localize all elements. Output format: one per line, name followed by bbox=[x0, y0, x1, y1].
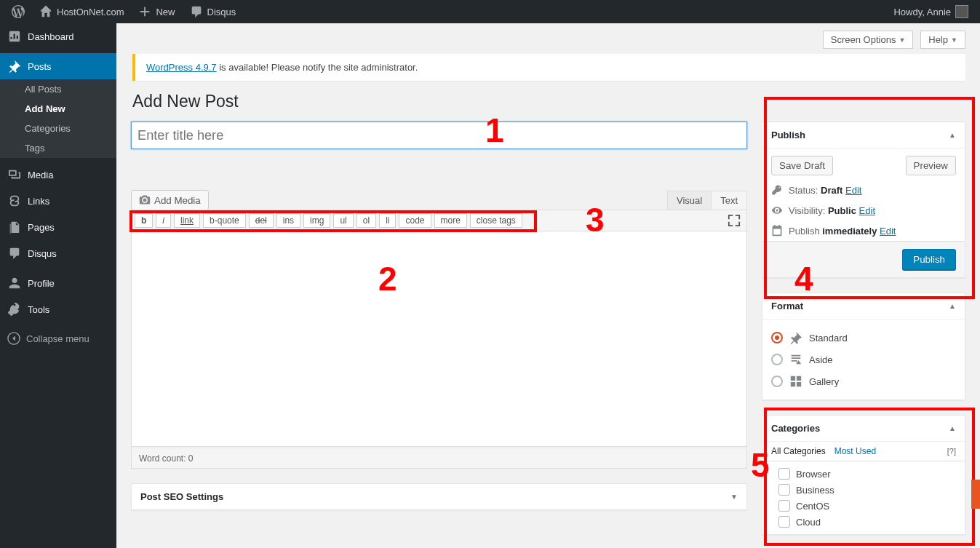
category-list: Browser Business CentOS Cloud bbox=[762, 461, 965, 534]
admin-bar: HostOnNet.com New Disqus Howdy, Annie bbox=[0, 0, 980, 23]
save-draft-button[interactable]: Save Draft bbox=[771, 156, 833, 175]
posts-submenu: All Posts Add New Categories Tags bbox=[0, 79, 116, 158]
cat-tab-most-used[interactable]: Most Used bbox=[834, 442, 876, 461]
aside-icon bbox=[789, 353, 802, 366]
chevron-down-icon: ▼ bbox=[899, 36, 905, 44]
home-icon bbox=[39, 5, 52, 18]
edit-status[interactable]: Edit bbox=[845, 185, 861, 196]
submenu-tags[interactable]: Tags bbox=[0, 138, 116, 158]
admin-sidebar: Dashboard Posts All Posts Add New Catego… bbox=[0, 23, 116, 548]
sidebar-item-disqus[interactable]: Disqus bbox=[0, 240, 116, 266]
radio-gallery[interactable] bbox=[771, 376, 783, 387]
site-link[interactable]: HostOnNet.com bbox=[33, 0, 130, 23]
qt-img[interactable]: img bbox=[303, 213, 330, 228]
key-icon bbox=[771, 184, 783, 196]
dashboard-icon bbox=[8, 30, 21, 43]
sidebar-item-posts[interactable]: Posts bbox=[0, 53, 116, 79]
cat-help-link[interactable]: [?] bbox=[947, 447, 956, 456]
qt-italic[interactable]: i bbox=[156, 213, 171, 228]
sidebar-item-links[interactable]: Links bbox=[0, 188, 116, 214]
format-option-gallery[interactable]: Gallery bbox=[771, 370, 956, 392]
adminbar-disqus[interactable]: Disqus bbox=[184, 0, 242, 23]
avatar bbox=[955, 5, 968, 18]
cat-item[interactable]: Cloud bbox=[771, 514, 956, 530]
qt-more[interactable]: more bbox=[434, 213, 467, 228]
checkbox[interactable] bbox=[778, 500, 790, 512]
tab-visual[interactable]: Visual bbox=[667, 191, 712, 210]
pin-icon bbox=[789, 331, 802, 344]
screen-options-button[interactable]: Screen Options ▼ bbox=[823, 31, 914, 49]
format-option-aside[interactable]: Aside bbox=[771, 349, 956, 370]
gallery-icon bbox=[789, 375, 802, 388]
panel-toggle[interactable]: ▲ bbox=[949, 424, 956, 432]
submenu-add-new[interactable]: Add New bbox=[0, 99, 116, 119]
pages-icon bbox=[8, 221, 21, 234]
update-link[interactable]: WordPress 4.9.7 bbox=[146, 62, 217, 73]
camera-icon bbox=[139, 194, 151, 206]
qt-close-tags[interactable]: close tags bbox=[470, 213, 522, 228]
publish-button[interactable]: Publish bbox=[902, 249, 956, 270]
sidebar-item-pages[interactable]: Pages bbox=[0, 214, 116, 240]
collapse-menu[interactable]: Collapse menu bbox=[0, 326, 116, 351]
add-media-button[interactable]: Add Media bbox=[131, 190, 209, 210]
comment-icon bbox=[190, 5, 203, 18]
radio-aside[interactable] bbox=[771, 354, 783, 365]
scrollbar-thumb[interactable] bbox=[971, 480, 980, 509]
cat-item[interactable]: Browser bbox=[771, 466, 956, 482]
main-content: Screen Options ▼ Help ▼ WordPress 4.9.7 … bbox=[116, 23, 980, 548]
qt-bold[interactable]: b bbox=[135, 213, 153, 228]
submenu-all-posts[interactable]: All Posts bbox=[0, 79, 116, 99]
cat-item[interactable]: CentOS bbox=[771, 498, 956, 514]
checkbox[interactable] bbox=[778, 484, 790, 496]
post-content-textarea[interactable] bbox=[131, 231, 747, 447]
plus-icon bbox=[138, 5, 151, 18]
checkbox[interactable] bbox=[778, 516, 790, 528]
media-icon bbox=[8, 168, 21, 181]
submenu-categories[interactable]: Categories bbox=[0, 119, 116, 138]
fullscreen-toggle[interactable] bbox=[728, 214, 742, 229]
tab-text[interactable]: Text bbox=[711, 191, 747, 210]
chevron-down-icon: ▼ bbox=[951, 36, 957, 44]
site-name-label: HostOnNet.com bbox=[57, 7, 124, 17]
qt-del[interactable]: del bbox=[249, 213, 274, 228]
qt-code[interactable]: code bbox=[399, 213, 431, 228]
qt-ol[interactable]: ol bbox=[356, 213, 376, 228]
pin-icon bbox=[8, 60, 21, 73]
sidebar-item-dashboard[interactable]: Dashboard bbox=[0, 23, 116, 49]
wp-logo[interactable] bbox=[6, 0, 31, 23]
radio-standard[interactable] bbox=[771, 332, 783, 344]
categories-panel: Categories▲ All Categories Most Used [?]… bbox=[762, 415, 965, 535]
links-icon bbox=[8, 194, 21, 207]
help-button[interactable]: Help ▼ bbox=[920, 31, 965, 49]
schedule-row: Publish immediately Edit bbox=[762, 221, 965, 241]
post-title-input[interactable] bbox=[131, 122, 747, 149]
edit-schedule[interactable]: Edit bbox=[880, 226, 896, 237]
wordpress-icon bbox=[12, 5, 25, 18]
checkbox[interactable] bbox=[778, 468, 790, 480]
editor-tabs: Visual Text bbox=[668, 191, 747, 210]
panel-toggle[interactable]: ▲ bbox=[949, 302, 956, 310]
format-option-standard[interactable]: Standard bbox=[771, 327, 956, 349]
edit-visibility[interactable]: Edit bbox=[859, 205, 875, 216]
user-menu[interactable]: Howdy, Annie bbox=[888, 0, 974, 23]
qt-ul[interactable]: ul bbox=[333, 213, 353, 228]
qt-link[interactable]: link bbox=[174, 213, 200, 228]
panel-toggle[interactable]: ▲ bbox=[949, 131, 956, 139]
seo-settings-toggle[interactable]: Post SEO Settings ▼ bbox=[132, 484, 746, 509]
qt-ins[interactable]: ins bbox=[276, 213, 300, 228]
page-title: Add New Post bbox=[132, 92, 965, 111]
sidebar-item-profile[interactable]: Profile bbox=[0, 270, 116, 296]
sidebar-item-media[interactable]: Media bbox=[0, 162, 116, 188]
format-panel: Format▲ Standard Aside bbox=[762, 293, 965, 400]
update-notice: WordPress 4.9.7 is available! Please not… bbox=[132, 54, 965, 81]
qt-li[interactable]: li bbox=[379, 213, 396, 228]
user-icon bbox=[8, 277, 21, 290]
cat-tab-all[interactable]: All Categories bbox=[771, 442, 826, 461]
cat-item[interactable]: Business bbox=[771, 482, 956, 498]
new-content[interactable]: New bbox=[132, 0, 180, 23]
sidebar-item-tools[interactable]: Tools bbox=[0, 296, 116, 322]
preview-button[interactable]: Preview bbox=[906, 156, 956, 175]
qt-bquote[interactable]: b-quote bbox=[203, 213, 246, 228]
comment-icon bbox=[8, 247, 21, 260]
calendar-icon bbox=[771, 225, 783, 237]
